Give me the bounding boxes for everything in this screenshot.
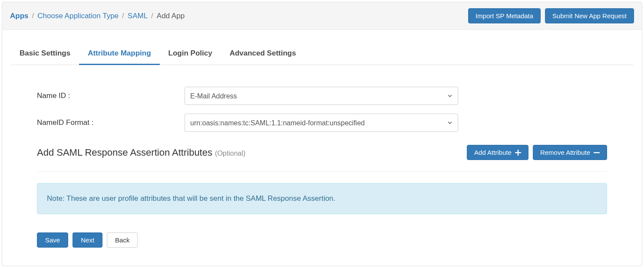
form-row-name-id: Name ID : E-Mail Address (37, 87, 607, 105)
section-actions: Add Attribute Remove Attribute (467, 145, 607, 160)
remove-attribute-label: Remove Attribute (540, 149, 590, 156)
tabs: Basic Settings Attribute Mapping Login P… (11, 43, 633, 65)
breadcrumb-sep: / (151, 12, 153, 20)
name-id-label: Name ID : (37, 92, 185, 100)
name-id-select[interactable]: E-Mail Address (185, 87, 458, 105)
submit-new-app-request-button[interactable]: Submit New App Request (545, 8, 634, 23)
section-title-text: Add SAML Response Assertion Attributes (37, 147, 215, 158)
section-header: Add SAML Response Assertion Attributes (… (37, 145, 607, 160)
form-row-nameid-format: NameID Format : urn:oasis:names:tc:SAML:… (37, 114, 607, 132)
add-attribute-button[interactable]: Add Attribute (467, 145, 528, 160)
tab-advanced-settings[interactable]: Advanced Settings (221, 43, 305, 65)
tab-attribute-mapping[interactable]: Attribute Mapping (79, 43, 159, 65)
breadcrumb-apps[interactable]: Apps (10, 12, 29, 20)
header-actions: Import SP Metadata Submit New App Reques… (468, 8, 634, 23)
minus-icon (594, 150, 600, 156)
breadcrumb: Apps / Choose Application Type / SAML / … (10, 12, 185, 20)
section-title: Add SAML Response Assertion Attributes (… (37, 147, 245, 158)
breadcrumb-sep: / (32, 12, 34, 20)
breadcrumb-sep: / (122, 12, 124, 20)
footer-actions: Save Next Back (11, 232, 633, 248)
tab-basic-settings[interactable]: Basic Settings (11, 43, 79, 65)
next-button[interactable]: Next (73, 232, 102, 248)
page-container: Apps / Choose Application Type / SAML / … (2, 2, 642, 266)
form-area: Name ID : E-Mail Address NameID Format :… (11, 65, 633, 214)
save-button[interactable]: Save (37, 232, 68, 248)
plus-icon (515, 150, 521, 156)
breadcrumb-current: Add App (157, 12, 185, 20)
breadcrumb-saml[interactable]: SAML (128, 12, 148, 20)
import-sp-metadata-button[interactable]: Import SP Metadata (468, 8, 541, 23)
add-attribute-label: Add Attribute (474, 149, 512, 156)
divider (37, 171, 607, 172)
header-bar: Apps / Choose Application Type / SAML / … (2, 2, 642, 30)
tab-login-policy[interactable]: Login Policy (160, 43, 221, 65)
nameid-format-select[interactable]: urn:oasis:names:tc:SAML:1.1:nameid-forma… (185, 114, 458, 132)
back-button[interactable]: Back (107, 232, 138, 248)
note-box: Note: These are user profile attributes … (37, 183, 607, 214)
breadcrumb-choose-type[interactable]: Choose Application Type (37, 12, 119, 20)
section-optional: (Optional) (215, 150, 245, 157)
nameid-format-label: NameID Format : (37, 118, 185, 127)
content-area: Basic Settings Attribute Mapping Login P… (2, 43, 642, 261)
remove-attribute-button[interactable]: Remove Attribute (533, 145, 607, 160)
